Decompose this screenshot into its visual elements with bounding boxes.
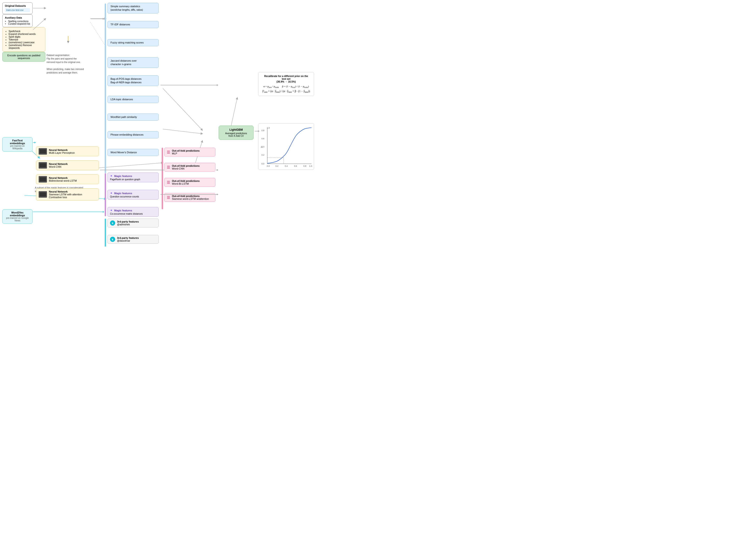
annotation-augment-text: Dataset augmentation: Flip the pairs and…	[47, 54, 84, 74]
third-box-1: k 3rd-party features @dasolmar	[107, 235, 159, 244]
oof-subtitle-0: MLP	[172, 152, 200, 155]
preprocessing-box: Spellcheck Expand shortened words Spell …	[2, 27, 45, 52]
lgbm-title: LightGBM	[222, 128, 250, 131]
magic-box-0: ✦ Magic features PageRank on question gr…	[107, 173, 159, 182]
preproc-item-0: Spellcheck	[9, 30, 42, 32]
datasets-files: train.csv test.csv	[5, 8, 30, 12]
third-subtitle-0: @abhishek	[117, 223, 139, 226]
gpu-icon-0	[38, 148, 47, 155]
oof-icon-3: ☰	[167, 195, 170, 200]
svg-text:0.2: 0.2	[262, 154, 265, 156]
feat-box-6: WordNet path similarity	[107, 113, 159, 121]
nn-text-2: Neural Network Bidirectional word-LSTM	[49, 177, 77, 182]
oof-vert-bar	[162, 148, 163, 209]
oof-icon-0: ☰	[167, 150, 170, 155]
recalib-title: Recalibrate for a different prior on the…	[262, 75, 310, 83]
oof-subtitle-1: Word-CNN	[172, 167, 200, 170]
svg-text:0.6: 0.6	[294, 165, 297, 167]
arrow-feat-lgbm	[161, 85, 218, 85]
arrow-preproc-feat	[91, 19, 104, 19]
magic-icon-0: ✦	[110, 174, 113, 178]
third-title-1: 3rd-party features	[117, 237, 139, 239]
oof-text-1: Out-of-fold predictions Word-CNN	[172, 164, 200, 170]
diagram-container: Original Datasets train.csv test.csv Aux…	[0, 0, 321, 247]
feat-box-0: Simple summary statistics(word/char leng…	[107, 3, 159, 13]
auxiliary-title: Auxiliary Data	[5, 16, 30, 19]
nn-text-0: Neural Network Multi-Layer Perceptron	[49, 149, 75, 154]
svg-text:0.8: 0.8	[262, 129, 265, 131]
feat-label-3: Jaccard distances overcharacter n-grams	[110, 59, 137, 66]
svg-line-10	[163, 88, 202, 130]
nn-subtitle-0: Multi-Layer Perceptron	[49, 152, 75, 154]
magic-subtitle-2: Co-occurrence matrix distances	[110, 212, 156, 215]
magic-subtitle-0: PageRank on question graph	[110, 178, 156, 181]
nn-box-3: Neural Network Siamese LSTM with attenti…	[36, 188, 99, 200]
recalib-box: Recalibrate for a different prior on the…	[258, 72, 314, 96]
feat-label-7: Phrase embedding distances	[110, 133, 144, 136]
gpu-icon-2	[38, 176, 47, 183]
feat-label-0: Simple summary statistics(word/char leng…	[110, 5, 143, 11]
word2vec-sub: pre-trained on Google News	[5, 217, 30, 222]
gpu-icon-3	[38, 191, 47, 198]
nn-subtitle-2: Bidirectional word-LSTM	[49, 179, 77, 182]
lgbm-box: LightGBM Averaged predictions from K-fol…	[219, 125, 254, 140]
oof-title-0: Out-of-fold predictions	[172, 149, 200, 152]
feat-label-4: Bag-of-POS-tags distancesBag-of-NER-tags…	[110, 77, 142, 84]
nn-title-1: Neural Network	[49, 163, 68, 165]
nn-text-1: Neural Network Word-CNN	[49, 163, 68, 168]
svg-line-9	[90, 22, 106, 46]
feat-label-8: Word Mover's Distance	[110, 151, 137, 154]
oof-box-2: ☰ Out-of-fold predictions Word-Bi-LSTM	[164, 178, 215, 187]
feat-box-7: Phrase embedding distances	[107, 131, 159, 138]
oof-box-1: ☰ Out-of-fold predictions Word-CNN	[164, 163, 215, 172]
auxiliary-box: Auxiliary Data Spelling corrections Cura…	[2, 14, 32, 27]
k-icon-0: k	[110, 220, 115, 225]
arrow-lgbm-recalib	[255, 131, 259, 131]
k-icon-1: k	[110, 237, 115, 242]
magic-vert-bar	[105, 173, 106, 216]
nn-subtitle-3: Siamese LSTM with attention Contrastive …	[49, 193, 82, 199]
magic-subtitle-1: Question occurrence counts	[110, 195, 156, 198]
encode-label: Encode questions as padded sequences	[7, 54, 40, 60]
arrow-oof-lgbm	[216, 170, 218, 170]
word2vec-box: Word2Vec embeddings pre-trained on Googl…	[2, 209, 32, 224]
svg-text:0.2: 0.2	[275, 165, 278, 167]
chart-svg: 0.0 0.2 0.4 0.6 0.8 0.0 0.2 0.4 0.6 0.8 …	[260, 125, 312, 168]
feat-box-5: LDA topic distances	[107, 96, 159, 103]
chart-box: 0.0 0.2 0.4 0.6 0.8 0.0 0.2 0.4 0.6 0.8 …	[258, 123, 314, 170]
nn-box-1: Neural Network Word-CNN	[36, 161, 99, 170]
lgbm-subtitle: Averaged predictions from K-fold CV	[222, 132, 250, 137]
recalib-formula1: α = ptest / ptrain β = (1 − ptest) / (1 …	[262, 85, 310, 88]
nn-title-3: Neural Network	[49, 190, 82, 193]
fasttext-title: FastText embeddings	[5, 139, 30, 145]
fasttext-box: FastText embeddings pre-trained on Wikip…	[2, 137, 32, 152]
svg-text:ŷ: ŷ	[260, 147, 263, 148]
preproc-item-2: Spell digits	[9, 35, 42, 38]
arrow-nn-oof	[100, 170, 164, 170]
third-text-0: 3rd-party features @abhishek	[117, 220, 139, 226]
oof-text-2: Out-of-fold predictions Word-Bi-LSTM	[172, 180, 200, 185]
encode-box: Encode questions as padded sequences	[2, 52, 45, 62]
feat-box-1: TF-IDF distances	[107, 21, 159, 28]
svg-text:1.0: 1.0	[309, 165, 312, 167]
magic-box-1: ✦ Magic features Question occurrence cou…	[107, 190, 159, 199]
oof-text-3: Out-of-fold predictions Siamese word-LST…	[172, 195, 209, 200]
feat-label-5: LDA topic distances	[110, 98, 133, 101]
oof-icon-2: ☰	[167, 180, 170, 185]
preproc-item-5: (sometimes) Remove stopwords	[9, 44, 42, 49]
nn-box-2: Neural Network Bidirectional word-LSTM	[36, 174, 99, 184]
auxiliary-item-1: Spelling corrections	[8, 20, 30, 22]
feat-box-2: Fuzzy string matching scores	[107, 39, 159, 46]
nn-title-0: Neural Network	[49, 149, 75, 152]
svg-text:0.0: 0.0	[267, 165, 270, 167]
annotation-augment: Dataset augmentation: Flip the pairs and…	[47, 54, 91, 74]
magic-box-2: ✦ Magic features Co-occurrence matrix di…	[107, 207, 159, 217]
magic-icon-1: ✦	[110, 191, 113, 195]
recalib-pct: (36.9% → 16.5%)	[277, 80, 296, 83]
feat-box-8: Word Mover's Distance	[107, 149, 159, 156]
datasets-title: Original Datasets	[5, 4, 30, 7]
third-box-0: k 3rd-party features @abhishek	[107, 218, 159, 227]
datasets-box: Original Datasets train.csv test.csv	[2, 2, 32, 14]
oof-icon-1: ☰	[167, 165, 170, 170]
svg-text:0.8: 0.8	[303, 165, 306, 167]
